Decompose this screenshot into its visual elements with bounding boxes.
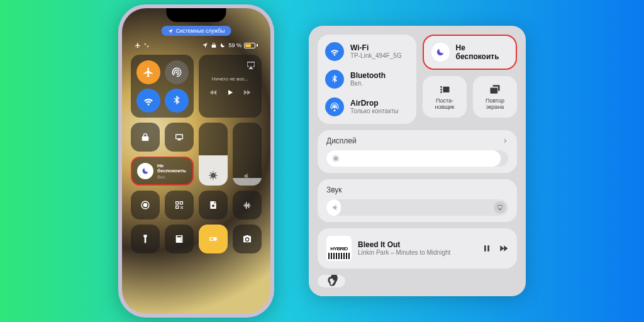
airplane-status-icon	[135, 42, 141, 48]
focus-tile[interactable]: Не беспокоить Вкл.	[131, 157, 194, 186]
location-pill[interactable]: Системные службы	[162, 26, 231, 36]
focus-title: Не беспокоить	[157, 164, 187, 174]
bt-sub: Вкл.	[350, 80, 386, 87]
moon-status-icon	[219, 42, 226, 48]
shazam-tile[interactable]	[233, 191, 262, 219]
wifi-icon	[330, 47, 340, 57]
play-icon[interactable]	[226, 88, 235, 97]
media-widget[interactable]: Ничего не вос...	[199, 55, 262, 118]
media-title: Ничего не вос...	[212, 76, 249, 82]
ear-icon	[325, 275, 338, 287]
wifi-row[interactable]: Wi-FiTP-Link_494F_5G	[325, 42, 409, 61]
moon-icon	[435, 47, 445, 57]
location-icon	[168, 28, 174, 34]
airdrop-title: AirDrop	[350, 99, 398, 108]
airdrop-icon	[330, 102, 340, 112]
moon-icon	[141, 167, 150, 175]
connectivity-group[interactable]	[131, 55, 194, 118]
volume-icon	[331, 203, 340, 212]
record-icon	[140, 200, 150, 210]
bluetooth-row[interactable]: BluetoothВкл.	[325, 70, 409, 89]
dnd-label: Не беспокоить	[456, 43, 508, 61]
brightness-track[interactable]	[326, 150, 508, 167]
wifi-title: Wi-Fi	[350, 44, 402, 52]
hearing-button[interactable]	[318, 275, 345, 287]
pause-icon[interactable]	[482, 243, 492, 253]
orientation-lock-icon	[140, 132, 150, 142]
iphone-frame: Системные службы 59 % Ничего не вос...	[118, 4, 274, 318]
next-icon[interactable]	[242, 88, 251, 97]
connectivity-card[interactable]: Wi-FiTP-Link_494F_5G BluetoothВкл. AirDr…	[318, 35, 416, 124]
pill-label: Системные службы	[176, 28, 225, 34]
mirror-label: Повтор экрана	[486, 98, 504, 111]
volume-track[interactable]	[326, 199, 508, 216]
brightness-slider[interactable]	[199, 123, 228, 186]
battery-pct: 59 %	[228, 42, 242, 48]
focus-state: Вкл.	[157, 175, 187, 179]
wifi-icon	[143, 95, 154, 106]
arrows-status-icon	[143, 42, 150, 48]
sun-icon	[208, 170, 218, 180]
note-icon	[208, 200, 218, 210]
bluetooth-icon	[171, 95, 182, 106]
display-card[interactable]: Дисплей	[318, 130, 517, 173]
control-center: Ничего не вос... Не беспокоить Вкл.	[131, 55, 262, 305]
cellular-toggle[interactable]	[165, 60, 189, 84]
orientation-lock-tile[interactable]	[131, 123, 160, 152]
camera-tile[interactable]	[233, 225, 262, 253]
next-icon[interactable]	[498, 243, 508, 253]
album-art: HYBRID	[326, 236, 352, 261]
qr-icon	[174, 200, 184, 210]
airplane-toggle[interactable]	[136, 60, 160, 84]
stage-icon	[438, 83, 451, 96]
calculator-tile[interactable]	[165, 225, 194, 253]
screen-record-tile[interactable]	[131, 191, 160, 219]
bluetooth-toggle[interactable]	[165, 89, 189, 113]
track-artist: Linkin Park – Minutes to Midnight	[358, 249, 475, 257]
dnd-card[interactable]: Не беспокоить	[423, 35, 517, 70]
wifi-toggle[interactable]	[136, 89, 160, 113]
status-bar: 59 %	[122, 42, 270, 48]
cellular-icon	[171, 67, 182, 78]
lock-status-icon	[211, 42, 217, 48]
prev-icon[interactable]	[209, 88, 218, 97]
wave-icon	[242, 200, 252, 210]
wifi-sub: TP-Link_494F_5G	[350, 52, 402, 59]
volume-slider[interactable]	[233, 123, 262, 186]
moon-badge	[137, 163, 153, 179]
loc-status-icon	[202, 42, 208, 48]
screen-mirror-button[interactable]: Повтор экрана	[473, 76, 517, 118]
stage-label: Поста- новщик	[435, 98, 454, 111]
low-power-tile[interactable]	[199, 225, 228, 253]
airplay-audio-button[interactable]	[494, 201, 506, 214]
display-label: Дисплей	[326, 136, 357, 145]
torch-icon	[140, 234, 150, 244]
airdrop-row[interactable]: AirDropТолько контакты	[325, 97, 409, 116]
airplane-icon	[143, 67, 154, 78]
sound-card[interactable]: Звук	[318, 179, 517, 222]
screens-icon	[489, 83, 501, 96]
screen-mirror-tile[interactable]	[165, 123, 194, 152]
battery-icon	[244, 43, 258, 48]
airdrop-sub: Только контакты	[350, 108, 398, 114]
airplay-icon	[496, 204, 504, 211]
bt-title: Bluetooth	[350, 72, 386, 80]
qr-tile[interactable]	[165, 191, 194, 219]
camera-icon	[242, 234, 252, 244]
iphone-screen: Системные службы 59 % Ничего не вос...	[122, 8, 270, 314]
track-title: Bleed It Out	[358, 240, 475, 249]
now-playing-card[interactable]: HYBRID Bleed It Out Linkin Park – Minute…	[318, 228, 517, 269]
bluetooth-icon	[330, 74, 340, 84]
airplay-icon[interactable]	[245, 60, 257, 71]
chevron-right-icon	[502, 138, 508, 144]
sound-label: Звук	[326, 186, 342, 194]
battery-icon	[208, 234, 218, 244]
quicknote-tile[interactable]	[199, 191, 228, 219]
mirror-icon	[174, 132, 184, 142]
control-center-expanded: Wi-FiTP-Link_494F_5G BluetoothВкл. AirDr…	[309, 26, 526, 296]
calculator-icon	[174, 234, 184, 244]
flashlight-tile[interactable]	[131, 225, 160, 253]
sun-icon	[331, 154, 340, 163]
volume-icon	[243, 172, 252, 180]
stage-manager-button[interactable]: Поста- новщик	[423, 76, 467, 118]
